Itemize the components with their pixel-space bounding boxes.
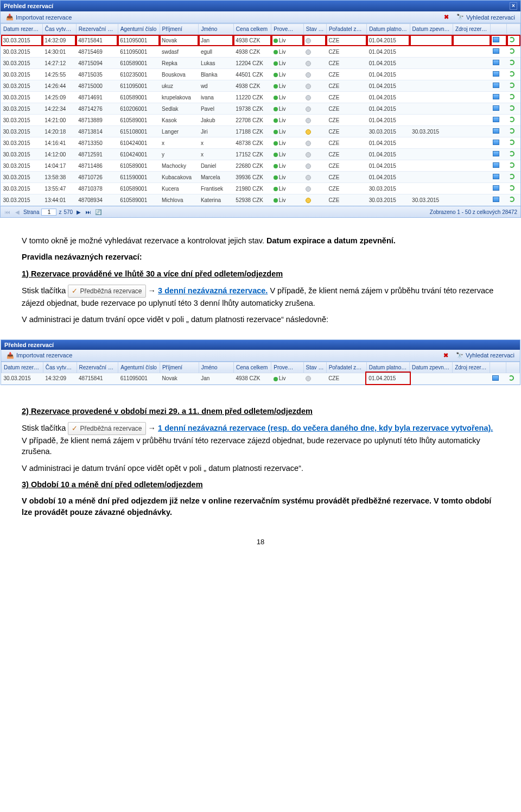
table-row[interactable]: 30.03.201514:12:0048712591610424001yx171… — [1, 149, 520, 160]
reservations-table-mini: Datum rezervaceČas vytvořeníRezervační č… — [1, 362, 520, 385]
column-header[interactable]: Datum zpevněn… — [410, 362, 453, 373]
table-row[interactable]: 30.03.201514:25:0948714691610589001krupe… — [1, 92, 520, 103]
table-row[interactable]: 30.03.201514:32:0948715841611095001Novak… — [2, 373, 520, 384]
reservation-overview-panel: Přehled rezervací × 📥 Importovat rezerva… — [0, 0, 521, 218]
pager-refresh-icon[interactable]: 🔄 — [94, 208, 102, 216]
refresh-icon[interactable] — [509, 117, 514, 122]
search-reservation-button-mini[interactable]: 🔭 Vyhledat rezervaci — [454, 351, 517, 360]
copy-icon[interactable] — [493, 197, 499, 202]
rule-2-heading: 2) Rezervace provedené v období mezi 29.… — [22, 406, 499, 417]
table-row[interactable]: 30.03.201514:25:5548715035610235001Bousk… — [1, 69, 520, 80]
table-row[interactable]: 30.03.201513:55:4748710378610589001Kucer… — [1, 183, 520, 194]
table-row[interactable]: 30.03.201514:21:0048713889610589001Kasok… — [1, 115, 520, 126]
copy-icon[interactable] — [493, 185, 499, 191]
copy-icon[interactable] — [493, 128, 499, 134]
refresh-icon[interactable] — [509, 37, 514, 42]
copy-icon[interactable] — [493, 83, 499, 88]
copy-icon[interactable] — [493, 140, 499, 145]
pager-last-icon[interactable]: ⏭ — [85, 208, 92, 216]
copy-icon[interactable] — [493, 174, 499, 179]
refresh-icon[interactable] — [509, 94, 514, 99]
table-row[interactable]: 30.03.201514:32:0948715841611095001Novak… — [1, 35, 520, 46]
pager-prev-icon[interactable]: ◀ — [14, 208, 21, 216]
search-reservation-button[interactable]: 🔭 Vyhledat rezervaci — [454, 13, 517, 21]
column-header[interactable]: Prove… — [271, 362, 303, 373]
import-reservations-button[interactable]: 📥 Importovat rezervace — [4, 13, 74, 21]
refresh-icon[interactable] — [509, 128, 514, 134]
column-header[interactable]: Jméno — [199, 362, 233, 373]
column-header[interactable]: Agenturní číslo — [118, 24, 160, 35]
table-row[interactable]: 30.03.201514:26:4448715000611095001ukuzw… — [1, 80, 520, 92]
copy-icon[interactable] — [493, 94, 499, 99]
column-header[interactable]: Agenturní číslo — [118, 362, 160, 373]
column-header[interactable]: Datum rezervace — [1, 24, 43, 35]
status-dot-icon — [306, 175, 311, 180]
column-header[interactable]: Stav r… — [303, 362, 326, 373]
rule-3-body: V období 10 a méně dní před odjezdem již… — [22, 495, 499, 518]
refresh-icon[interactable] — [509, 197, 514, 202]
copy-icon[interactable] — [493, 37, 499, 42]
copy-icon[interactable] — [493, 117, 499, 122]
column-header[interactable]: Stav r… — [303, 24, 326, 35]
column-header[interactable]: Pořadatel zájez… — [326, 24, 366, 35]
pager-page-input[interactable] — [41, 209, 56, 216]
rule-1-body: Stisk tlačítka ✓ Předběžná rezervace → 3… — [22, 285, 499, 309]
refresh-icon[interactable] — [509, 162, 514, 168]
column-header[interactable]: Datum zpevněn… — [410, 24, 453, 35]
column-header[interactable]: Pořadatel zájez… — [326, 362, 366, 373]
column-header[interactable]: Čas vytvoření — [43, 362, 77, 373]
provider-dot-icon — [274, 175, 278, 180]
provider-dot-icon — [274, 84, 278, 89]
refresh-icon[interactable] — [509, 71, 514, 77]
column-header[interactable]: Jméno — [199, 24, 233, 35]
refresh-icon[interactable] — [509, 105, 514, 111]
column-header[interactable]: Cena celkem — [233, 362, 271, 373]
pager-first-icon[interactable]: ⏮ — [4, 208, 11, 216]
column-header[interactable]: Cena celkem — [233, 24, 271, 35]
column-header-actions — [506, 362, 520, 373]
column-header[interactable]: Rezervační číslo — [76, 24, 118, 35]
refresh-icon[interactable] — [509, 375, 514, 381]
import-reservations-button-mini[interactable]: 📥 Importovat rezervace — [4, 351, 74, 360]
clear-filter-icon[interactable]: ✖ — [444, 14, 449, 21]
pager-next-icon[interactable]: ▶ — [75, 208, 82, 216]
table-row[interactable]: 30.03.201514:04:1748711486610589001Macho… — [1, 160, 520, 172]
refresh-icon[interactable] — [509, 174, 514, 179]
copy-icon[interactable] — [493, 151, 499, 156]
import-icon: 📥 — [6, 14, 14, 21]
column-header[interactable]: Datum platnosti… — [367, 24, 410, 35]
copy-icon[interactable] — [493, 60, 499, 65]
clear-filter-icon-mini[interactable]: ✖ — [443, 352, 448, 359]
copy-icon[interactable] — [493, 162, 499, 168]
provider-dot-icon — [274, 39, 278, 43]
column-header[interactable]: Datum rezervace — [2, 362, 43, 373]
column-header[interactable]: Rezervační číslo — [77, 362, 118, 373]
table-row[interactable]: 30.03.201514:16:4148713350610424001xx487… — [1, 137, 520, 149]
table-row[interactable]: 30.03.201514:20:1848713814615108001Lange… — [1, 126, 520, 137]
table-row[interactable]: 30.03.201513:58:3848710726611590001Kubac… — [1, 172, 520, 183]
column-header[interactable]: Příjmení — [160, 362, 199, 373]
column-header-actions — [491, 24, 507, 35]
column-header[interactable]: Datum platnosti… — [366, 362, 409, 373]
copy-icon[interactable] — [492, 375, 499, 381]
refresh-icon[interactable] — [509, 48, 514, 54]
refresh-icon[interactable] — [509, 60, 514, 65]
column-header[interactable]: Příjmení — [160, 24, 199, 35]
column-header[interactable]: Čas vytvoření — [42, 24, 76, 35]
table-row[interactable]: 30.03.201513:44:0148708934610589001Michl… — [1, 194, 520, 206]
refresh-icon[interactable] — [509, 151, 514, 156]
column-header[interactable]: Prove… — [271, 24, 304, 35]
refresh-icon[interactable] — [509, 140, 514, 145]
toolbar-mini: 📥 Importovat rezervace ✖ 🔭 Vyhledat reze… — [1, 350, 520, 362]
column-header[interactable]: Zdroj rezervace — [453, 362, 490, 373]
table-row[interactable]: 30.03.201514:22:3448714276610206001Sedla… — [1, 103, 520, 115]
copy-icon[interactable] — [493, 105, 499, 111]
refresh-icon[interactable] — [509, 83, 514, 88]
table-row[interactable]: 30.03.201514:30:0148715469611095001swdas… — [1, 46, 520, 58]
column-header[interactable]: Zdroj rezervace — [453, 24, 490, 35]
close-icon[interactable]: × — [510, 2, 517, 10]
table-row[interactable]: 30.03.201514:27:1248715094610589001Repka… — [1, 58, 520, 69]
copy-icon[interactable] — [493, 48, 499, 54]
refresh-icon[interactable] — [509, 185, 514, 191]
copy-icon[interactable] — [493, 71, 499, 77]
